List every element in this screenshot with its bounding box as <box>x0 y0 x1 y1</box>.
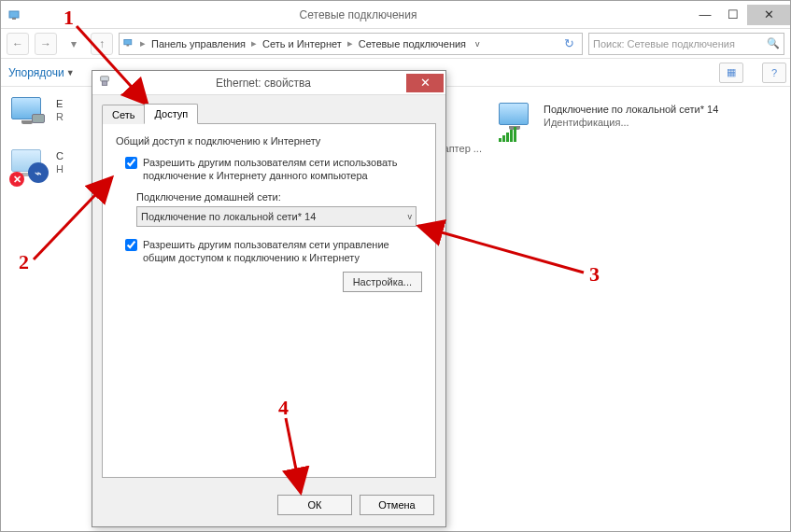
home-network-select[interactable]: Подключение по локальной сети* 14 v <box>136 206 417 227</box>
refresh-button[interactable]: ↻ <box>560 36 578 50</box>
maximize-button[interactable]: ☐ <box>719 5 747 25</box>
adapter-icon <box>98 75 115 91</box>
ethernet-icon <box>11 97 50 134</box>
search-icon: 🔍 <box>767 37 780 49</box>
item-sub: R <box>56 110 64 123</box>
tab-network[interactable]: Сеть <box>102 105 145 124</box>
home-network-label: Подключение домашней сети: <box>136 191 422 203</box>
select-value: Подключение по локальной сети* 14 <box>141 211 316 222</box>
chevron-down-icon[interactable]: v <box>475 39 480 49</box>
checkbox-input[interactable] <box>125 157 137 169</box>
separator-icon: ▸ <box>140 37 146 49</box>
view-icons-button[interactable]: ▦ <box>719 63 743 83</box>
address-bar: ← → ▾ ↑ ▸ Панель управления ▸ Сеть и Инт… <box>1 29 790 59</box>
dialog-buttons: ОК Отмена <box>277 495 434 515</box>
bluetooth-icon: ⌁ ✕ <box>11 149 50 187</box>
crumb-control-panel[interactable]: Панель управления <box>149 38 247 49</box>
dialog-titlebar: Ethernet: свойства ✕ <box>92 71 445 95</box>
svg-rect-4 <box>101 77 109 81</box>
explorer-title: Сетевые подключения <box>25 8 691 21</box>
checkbox-label: Разрешить другим пользователям сети испо… <box>143 156 422 182</box>
item-title: E <box>56 97 64 110</box>
annotation-number-2: 2 <box>19 250 29 274</box>
item-title: C <box>56 149 64 162</box>
disabled-badge-icon: ✕ <box>9 172 24 187</box>
connection-item-bluetooth[interactable]: ⌁ ✕ C Н <box>8 147 74 191</box>
separator-icon: ▸ <box>347 37 353 49</box>
history-dropdown[interactable]: ▾ <box>63 33 85 55</box>
svg-rect-2 <box>124 39 132 44</box>
tab-access[interactable]: Доступ <box>144 104 198 124</box>
wifi-icon <box>499 103 538 140</box>
crumb-connections[interactable]: Сетевые подключения <box>357 38 468 49</box>
search-input[interactable]: Поиск: Сетевые подключения 🔍 <box>588 33 784 55</box>
connection-item-local[interactable]: Подключение по локальной сети* 14 Иденти… <box>496 100 757 145</box>
checkbox-allow-control[interactable]: Разрешить другим пользователям сети упра… <box>125 238 422 264</box>
connection-item-ethernet[interactable]: E R <box>8 94 74 139</box>
annotation-number-4: 4 <box>278 396 289 420</box>
item-sub: Н <box>56 162 64 175</box>
tab-network-label: Сеть <box>112 109 134 120</box>
crumb-network[interactable]: Сеть и Интернет <box>261 38 344 49</box>
tab-strip: Сеть Доступ <box>92 101 445 123</box>
organize-label: Упорядочи <box>8 66 64 79</box>
organize-menu[interactable]: Упорядочи ▼ <box>8 66 75 79</box>
cancel-button[interactable]: Отмена <box>360 495 434 515</box>
ok-button[interactable]: ОК <box>277 495 352 515</box>
svg-rect-1 <box>12 18 16 20</box>
tab-panel-access: Общий доступ к подключению к Интернету Р… <box>102 123 436 478</box>
settings-button[interactable]: Настройка... <box>343 272 422 292</box>
dialog-title: Ethernet: свойства <box>120 77 406 90</box>
chevron-down-icon: ▼ <box>66 68 75 77</box>
svg-rect-0 <box>9 11 19 18</box>
button-label: Отмена <box>378 499 415 511</box>
chevron-down-icon: v <box>408 212 413 221</box>
app-icon <box>7 6 25 24</box>
properties-dialog: Ethernet: свойства ✕ Сеть Доступ Общий д… <box>92 70 446 527</box>
checkbox-input[interactable] <box>125 239 137 251</box>
location-icon <box>123 36 136 51</box>
item-title: Подключение по локальной сети* 14 <box>544 103 718 116</box>
checkbox-allow-sharing[interactable]: Разрешить другим пользователям сети испо… <box>125 156 422 182</box>
forward-button[interactable]: → <box>35 33 57 55</box>
close-button[interactable]: ✕ <box>747 5 790 25</box>
button-label: Настройка... <box>353 276 412 287</box>
svg-rect-3 <box>127 44 130 46</box>
button-label: ОК <box>308 499 322 511</box>
up-button[interactable]: ↑ <box>91 33 113 55</box>
svg-rect-5 <box>102 81 106 85</box>
minimize-button[interactable]: — <box>691 5 719 25</box>
breadcrumb[interactable]: ▸ Панель управления ▸ Сеть и Интернет ▸ … <box>119 33 583 55</box>
explorer-titlebar: Сетевые подключения — ☐ ✕ <box>1 1 790 29</box>
tab-access-label: Доступ <box>154 108 188 119</box>
annotation-number-1: 1 <box>64 6 74 30</box>
help-button[interactable]: ? <box>762 63 786 83</box>
window-buttons: — ☐ ✕ <box>691 5 790 25</box>
search-placeholder: Поиск: Сетевые подключения <box>593 38 735 49</box>
item-sub: Идентификация... <box>544 116 718 129</box>
annotation-number-3: 3 <box>589 262 600 287</box>
checkbox-label: Разрешить другим пользователям сети упра… <box>143 238 422 264</box>
separator-icon: ▸ <box>251 37 257 49</box>
section-title: Общий доступ к подключению к Интернету <box>116 135 422 147</box>
dialog-close-button[interactable]: ✕ <box>406 74 444 92</box>
back-button[interactable]: ← <box>7 33 29 55</box>
